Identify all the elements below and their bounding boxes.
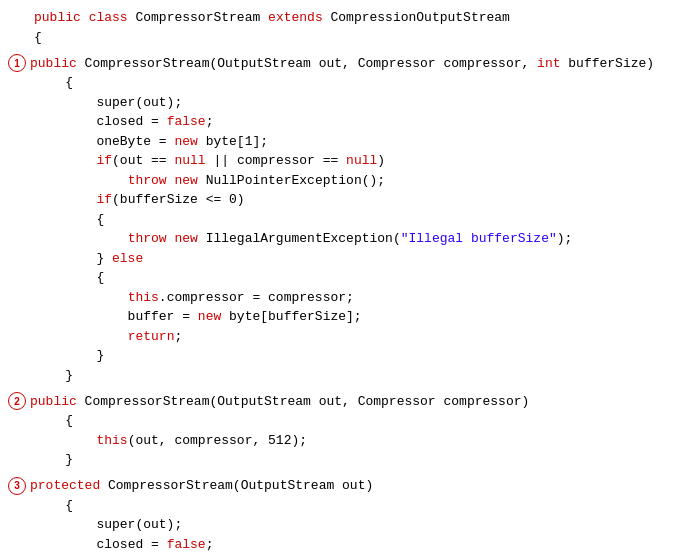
section1-header: 1 public CompressorStream(OutputStream o… <box>0 53 684 73</box>
s2-line-1: { <box>0 411 684 431</box>
s3-line-2: super(out); <box>0 515 684 535</box>
class-header-text: public class CompressorStream extends Co… <box>34 8 510 28</box>
s3-line-1: { <box>0 496 684 516</box>
s1-line-2: super(out); <box>0 93 684 113</box>
marker-2: 2 <box>8 392 26 410</box>
s1-line-11: { <box>0 268 684 288</box>
s2-line-2: this(out, compressor, 512); <box>0 431 684 451</box>
s1-line-10: } else <box>0 249 684 269</box>
s1-line-7: if(bufferSize <= 0) <box>0 190 684 210</box>
marker-3: 3 <box>8 477 26 495</box>
section2-header: 2 public CompressorStream(OutputStream o… <box>0 391 684 411</box>
class-header-line: public class CompressorStream extends Co… <box>0 8 684 28</box>
section3-header-text: protected CompressorStream(OutputStream … <box>30 476 373 496</box>
section2-header-text: public CompressorStream(OutputStream out… <box>30 392 529 412</box>
section1-header-text: public CompressorStream(OutputStream out… <box>30 54 654 74</box>
s3-line-3: closed = false; <box>0 535 684 554</box>
s1-line-1: { <box>0 73 684 93</box>
code-container: public class CompressorStream extends Co… <box>0 0 684 553</box>
s1-line-5: if(out == null || compressor == null) <box>0 151 684 171</box>
s1-line-4: oneByte = new byte[1]; <box>0 132 684 152</box>
s1-line-3: closed = false; <box>0 112 684 132</box>
s1-line-12: this.compressor = compressor; <box>0 288 684 308</box>
s1-line-8: { <box>0 210 684 230</box>
marker-1: 1 <box>8 54 26 72</box>
s1-line-14: return; <box>0 327 684 347</box>
s1-line-6: throw new NullPointerException(); <box>0 171 684 191</box>
s1-line-15: } <box>0 346 684 366</box>
s1-line-13: buffer = new byte[bufferSize]; <box>0 307 684 327</box>
class-open-brace: { <box>0 28 684 48</box>
s1-line-9: throw new IllegalArgumentException("Ille… <box>0 229 684 249</box>
section3-header: 3 protected CompressorStream(OutputStrea… <box>0 476 684 496</box>
s1-close: } <box>0 366 684 386</box>
s2-close: } <box>0 450 684 470</box>
